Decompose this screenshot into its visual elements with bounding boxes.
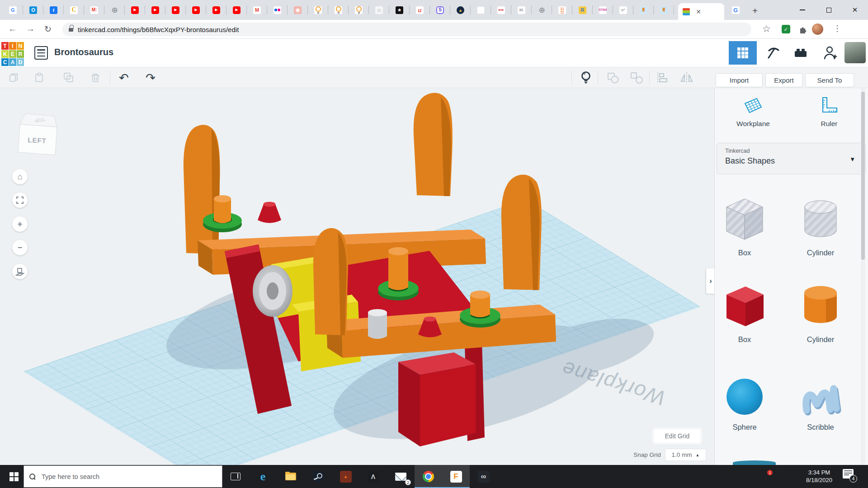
switch-workplane-button[interactable] [12,264,28,279]
tab-c-site[interactable] [64,0,84,20]
tab-bulb[interactable] [308,0,328,20]
minecraft-export-button[interactable] [759,41,787,65]
reload-icon[interactable]: ↻ [44,24,52,34]
taskbar-search[interactable] [24,465,222,488]
tab-grad-cap[interactable] [450,0,471,20]
tab-translate[interactable] [3,0,23,20]
paste-button[interactable] [33,71,46,84]
tab-youtube[interactable] [206,0,226,20]
shape-hole-box[interactable]: Box [715,193,774,257]
extensions-puzzle-icon[interactable] [798,25,807,34]
tab-youtube[interactable] [145,0,165,20]
tab-bulb[interactable] [328,0,349,20]
taskbar-app-infinity-app[interactable] [470,465,497,488]
shape-sphere[interactable]: Sphere [715,373,774,432]
close-tab-icon[interactable]: ✕ [694,8,703,16]
edit-grid-button[interactable]: Edit Grid [654,430,700,442]
taskbar-app-file-explorer[interactable] [277,465,304,488]
panel-collapse-button[interactable]: › [706,268,715,294]
tab-udemy[interactable] [410,0,430,20]
tab-outlook[interactable] [23,0,43,20]
view-cube[interactable]: TOP LEFT [15,113,60,157]
group-button[interactable] [606,71,619,84]
scrollbar-thumb[interactable] [861,92,865,260]
taskbar-clock[interactable]: 3:34 PM 8/18/2020 [801,469,837,484]
show-all-button[interactable] [579,71,593,84]
tab-orange-dots[interactable] [552,0,572,20]
tab-make[interactable] [84,0,104,20]
start-button[interactable] [5,465,24,488]
shape-red-box[interactable]: Box [715,280,774,344]
send-to-button[interactable]: Send To [805,73,854,87]
tab-skillshare[interactable] [430,0,450,20]
tab-flickr[interactable] [267,0,288,20]
tab-blank[interactable] [471,0,491,20]
zoom-in-button[interactable]: + [12,216,28,232]
tab-faded-app[interactable] [369,0,389,20]
browser-profile-avatar[interactable] [812,23,823,35]
home-view-button[interactable]: ⌂ [12,169,28,184]
partial-next-shape[interactable] [733,460,776,465]
tab-yellow-r[interactable] [572,0,593,20]
import-button[interactable]: Import [716,73,763,87]
ungroup-button[interactable] [629,71,643,84]
taskbar-app-edge[interactable] [249,465,277,488]
mirror-button[interactable] [679,71,693,84]
tab-robot[interactable] [633,0,654,20]
snap-grid-dropdown[interactable]: 1.0 mm ▲ [665,449,706,461]
taskbar-app-f-app[interactable] [442,465,470,488]
tab-facebook[interactable] [43,0,64,20]
tab-gray-m[interactable] [511,0,532,20]
shape-hole-cylinder[interactable]: Cylinder [791,193,850,257]
browser-menu-kebab-icon[interactable]: ⋮ [833,23,841,33]
tab-bulb[interactable] [349,0,369,20]
shape-library-dropdown[interactable]: Tinkercad Basic Shapes ▼ [717,143,866,174]
taskbar-app-chrome[interactable] [415,465,442,488]
shape-orange-cylinder[interactable]: Cylinder [791,280,850,344]
taskbar-app-mail[interactable]: 2 [387,465,415,488]
tab-globe[interactable] [532,0,552,20]
taskbar-app-dark-app[interactable] [359,465,387,488]
tab-gray-rings[interactable] [613,0,633,20]
maximize-button[interactable] [816,0,842,20]
search-input[interactable] [41,473,194,481]
back-icon[interactable]: ← [8,24,17,34]
ruler-tool[interactable]: Ruler [795,96,863,128]
taskbar-app-task-view[interactable] [222,465,249,488]
duplicate-button[interactable] [62,71,75,84]
tinkercad-logo[interactable]: TINKERCAD [1,42,24,66]
forward-icon[interactable]: → [26,24,35,34]
redo-button[interactable]: ↷ [144,71,157,84]
tab-google[interactable] [725,0,746,20]
minimize-button[interactable] [789,0,816,20]
copy-button[interactable] [7,71,21,84]
delete-button[interactable] [89,71,102,84]
user-avatar[interactable] [844,42,866,63]
panel-scrollbar[interactable] [861,88,865,465]
tab-stem[interactable] [593,0,613,20]
view-cube-front-label[interactable]: LEFT [28,136,47,145]
design-menu-icon[interactable] [34,46,48,60]
design-title[interactable]: Brontosaurus [54,47,113,57]
new-tab-button[interactable]: + [749,5,761,17]
tab-robot[interactable] [654,0,674,20]
align-button[interactable] [656,71,669,84]
tab-youtube[interactable] [125,0,145,20]
3d-canvas[interactable]: Workplane [0,88,714,465]
workplane-tool[interactable]: Workplane [719,96,787,128]
tab-youtube[interactable] [226,0,247,20]
green-check-extension-icon[interactable]: ✓ [782,25,790,33]
blocks-view-button[interactable] [729,41,757,65]
tab-youtube[interactable] [165,0,186,20]
taskbar-app-maroon-app[interactable] [332,465,359,488]
export-button[interactable]: Export [765,73,802,87]
undo-button[interactable]: ↶ [117,71,131,84]
tab-gmail[interactable] [247,0,267,20]
omnibox[interactable]: tinkercad.com/things/b6BfwcXqxPY-brontos… [62,23,751,36]
bookmark-star-icon[interactable]: ☆ [762,23,771,34]
action-center-button[interactable]: 4 [842,469,855,481]
close-window-button[interactable]: ✕ [842,0,868,20]
tab-globe[interactable] [104,0,125,20]
brick-export-button[interactable] [787,41,815,65]
tab-bricks4kidz[interactable] [491,0,511,20]
